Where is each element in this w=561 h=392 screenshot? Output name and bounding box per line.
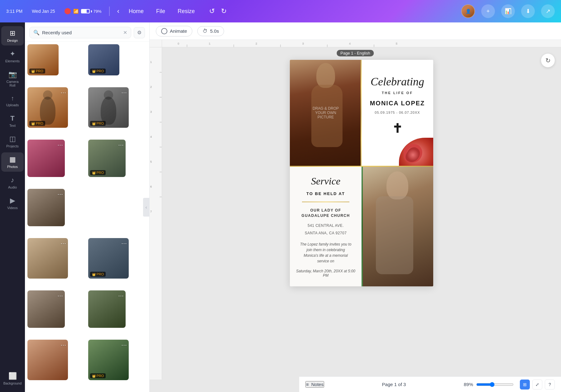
photo-menu-icon[interactable]: ⋯	[121, 240, 127, 247]
green-accent-line	[362, 167, 363, 286]
help-button[interactable]: ?	[545, 380, 555, 390]
sidebar-item-camera-roll[interactable]: 📷 Camera Roll	[1, 67, 24, 90]
undo-button[interactable]: ↺	[207, 6, 217, 17]
sidebar-label-text: Text	[9, 124, 16, 127]
sidebar-item-elements[interactable]: ✦ Elements	[1, 47, 24, 66]
stats-button[interactable]: 📊	[501, 4, 515, 18]
search-bar: 🔍 ✕ ⚙	[25, 22, 149, 42]
svg-text:4: 4	[150, 135, 152, 138]
svg-text:0: 0	[178, 42, 179, 45]
svg-text:1: 1	[209, 42, 210, 45]
svg-text:7: 7	[150, 210, 152, 213]
sidebar-item-videos[interactable]: ▶ Videos	[1, 194, 24, 213]
photo-item[interactable]: ⋯	[88, 290, 126, 328]
card-photo-left[interactable]: DRAG & DROP YOUR OWN PICTURE	[290, 60, 362, 166]
page-indicator: Page 1 of 3	[330, 382, 458, 387]
notes-icon: ≡	[306, 382, 309, 387]
service-title: Service	[311, 175, 340, 187]
wifi-icon: 📶	[73, 9, 79, 14]
sidebar-item-uploads[interactable]: ↑ Uploads	[1, 92, 24, 110]
photo-menu-icon[interactable]: ⋯	[60, 89, 66, 96]
photo-menu-icon[interactable]: ⋯	[60, 240, 66, 247]
search-box[interactable]: 🔍 ✕	[29, 27, 131, 38]
redo-button[interactable]: ↻	[219, 6, 228, 17]
card-bottom: Service TO BE HELD AT OUR LADY OF GUADAL…	[290, 167, 433, 286]
view-buttons: ⊞ ⤢ ?	[520, 380, 555, 390]
photo-menu-icon[interactable]: ⋯	[118, 141, 124, 148]
svg-text:5: 5	[150, 160, 152, 163]
sidebar-item-background[interactable]: ⬜ Background	[1, 369, 24, 388]
photo-item[interactable]: ⋯	[27, 290, 65, 328]
photo-item[interactable]: ⋯	[27, 140, 65, 177]
photo-item[interactable]: 👑 PRO	[27, 44, 59, 75]
photo-menu-icon[interactable]: ⋯	[118, 292, 124, 299]
clear-search-button[interactable]: ✕	[123, 30, 127, 36]
grid-view-button[interactable]: ⊞	[520, 380, 530, 390]
sidebar-item-audio[interactable]: ♪ Audio	[1, 173, 24, 192]
to-be-held: TO BE HELD AT	[306, 191, 345, 196]
photo-item[interactable]: ⋯ 👑 PRO	[88, 238, 129, 279]
sidebar-item-text[interactable]: T Text	[1, 111, 24, 131]
photo-item[interactable]: ⋯ 👑 PRO	[88, 140, 126, 177]
back-arrow[interactable]: ‹	[117, 7, 119, 15]
photo-item[interactable]: ⋯ 👑 PRO	[88, 340, 129, 380]
time-display: 3:11 PM	[6, 9, 22, 14]
notes-button[interactable]: ≡ Notes	[305, 381, 324, 388]
sidebar-label-camera: Camera Roll	[4, 80, 21, 87]
zoom-slider[interactable]	[476, 382, 514, 387]
svg-text:4: 4	[349, 42, 351, 45]
user-avatar[interactable]: 👤	[461, 4, 475, 18]
projects-icon: ◫	[9, 135, 16, 143]
photos-panel: 🔍 ✕ ⚙ 👑 PRO 👑 PRO ⋯ 👑 PRO ⋯	[25, 22, 150, 392]
invite-text: The Lopez family invites you to join the…	[296, 241, 355, 264]
photo-menu-icon[interactable]: ⋯	[57, 292, 63, 299]
photo-item[interactable]: ⋯	[27, 340, 68, 380]
file-nav[interactable]: File	[153, 6, 168, 17]
card-photo-right[interactable]	[362, 167, 433, 286]
zoom-percent: 89%	[464, 382, 473, 387]
canvas-content[interactable]: DRAG & DROP YOUR OWN PICTURE Celebrating…	[162, 47, 561, 380]
animate-label: Animate	[170, 28, 187, 34]
address-line2: SANTA ANA, CA 92707	[305, 231, 347, 235]
topbar: 3:11 PM Wed Jan 25 📶 79% ‹ Home File Res…	[0, 0, 561, 22]
expand-view-button[interactable]: ⤢	[532, 380, 542, 390]
duration-button[interactable]: ⏱ 5.0s	[197, 26, 224, 36]
photos-icon: ▦	[9, 155, 16, 164]
filter-button[interactable]: ⚙	[134, 27, 145, 38]
photo-item[interactable]: ⋯ 👑 PRO	[88, 87, 129, 128]
search-input[interactable]	[42, 30, 121, 35]
share-button[interactable]: ↗	[541, 4, 555, 18]
sidebar-label-photos: Photos	[7, 165, 18, 169]
clock-icon: ⏱	[203, 28, 208, 34]
text-icon: T	[10, 114, 14, 122]
photo-menu-icon[interactable]: ⋯	[121, 89, 127, 96]
sidebar-item-photos[interactable]: ▦ Photos	[1, 152, 24, 172]
sidebar-label-audio: Audio	[8, 185, 17, 189]
photo-menu-icon[interactable]: ⋯	[57, 141, 63, 148]
resize-nav[interactable]: Resize	[175, 6, 198, 17]
photo-item[interactable]: ⋯	[27, 238, 68, 279]
canvas-toolbar: Animate ⏱ 5.0s	[150, 22, 561, 40]
sidebar: ⊞ Design ✦ Elements 📷 Camera Roll ↑ Uplo…	[0, 22, 25, 392]
photo-item[interactable]: 👑 PRO	[88, 44, 119, 75]
address-line1: 541 CENTRAL AVE.	[308, 223, 344, 228]
drag-drop-text: DRAG & DROP YOUR OWN PICTURE	[308, 103, 344, 122]
sidebar-item-projects[interactable]: ◫ Projects	[1, 132, 24, 151]
dates: 05.09.1975 - 06.07.20XX	[375, 111, 420, 114]
videos-icon: ▶	[10, 197, 15, 205]
photo-menu-icon[interactable]: ⋯	[60, 342, 66, 348]
animate-button[interactable]: Animate	[156, 26, 192, 36]
duration-label: 5.0s	[210, 28, 219, 34]
download-button[interactable]: ⬇	[521, 4, 535, 18]
photo-item[interactable]: ⋯	[27, 189, 65, 226]
horizontal-ruler: 0 1 2 3 4 5	[162, 40, 561, 47]
sidebar-item-design[interactable]: ⊞ Design	[1, 26, 24, 45]
panel-collapse-button[interactable]: ‹	[143, 198, 149, 217]
notes-label: Notes	[311, 382, 324, 387]
home-nav[interactable]: Home	[126, 6, 147, 17]
refresh-button[interactable]: ↻	[541, 54, 555, 67]
add-button[interactable]: +	[481, 4, 495, 18]
photo-menu-icon[interactable]: ⋯	[57, 191, 63, 198]
photo-menu-icon[interactable]: ⋯	[121, 342, 127, 348]
photo-item[interactable]: ⋯ 👑 PRO	[27, 87, 68, 128]
